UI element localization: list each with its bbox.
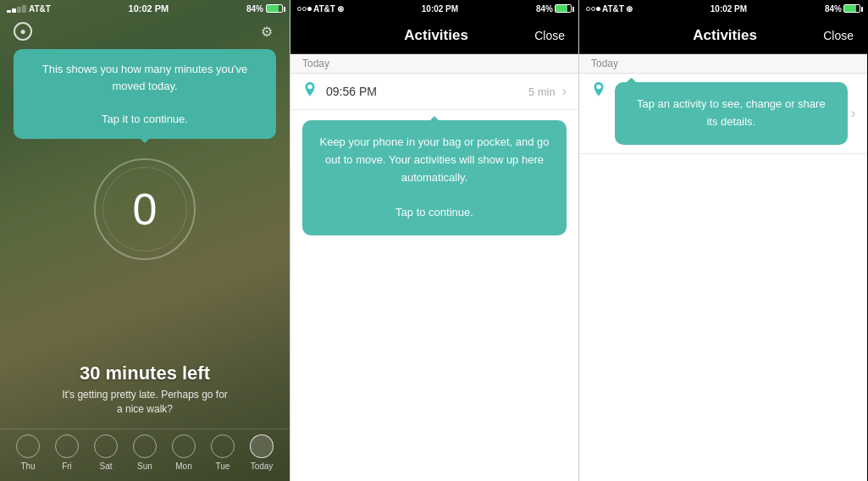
s3-status-left: AT&T ⊛ bbox=[586, 4, 633, 14]
s3-clock: 10:02 PM bbox=[710, 4, 747, 14]
day-label-sun: Sun bbox=[137, 462, 152, 471]
day-circle-today bbox=[250, 434, 274, 458]
close-button-2[interactable]: Close bbox=[534, 29, 565, 42]
s3-dot2 bbox=[591, 7, 595, 11]
chevron-icon-3: › bbox=[851, 106, 855, 121]
s3-battery-pct: 84% bbox=[825, 4, 842, 14]
activity-duration-2: 5 min bbox=[528, 86, 556, 98]
day-fri[interactable]: Fri bbox=[55, 434, 79, 471]
activities-header-2: Activities Close bbox=[290, 17, 578, 54]
screen1: AT&T 10:02 PM 84% ● ⚙ This shows you how… bbox=[0, 0, 290, 481]
day-sat[interactable]: Sat bbox=[94, 434, 118, 471]
day-label-tue: Tue bbox=[216, 462, 230, 471]
settings-icon[interactable]: ⚙ bbox=[257, 22, 276, 41]
signal-dot-3 bbox=[17, 7, 21, 13]
day-tue[interactable]: Tue bbox=[211, 434, 235, 471]
activity-row-2[interactable]: 09:56 PM 5 min › bbox=[290, 74, 578, 110]
battery-percent: 84% bbox=[246, 4, 263, 14]
day-label-mon: Mon bbox=[175, 462, 191, 471]
s2-battery-icon bbox=[555, 4, 572, 13]
day-mon[interactable]: Mon bbox=[172, 434, 196, 471]
activity-row-3[interactable]: Tap an activity to see, change or share … bbox=[579, 74, 867, 154]
activities-header-3: Activities Close bbox=[579, 17, 867, 54]
day-label-sat: Sat bbox=[99, 462, 112, 471]
day-today[interactable]: Today bbox=[250, 434, 274, 471]
clock: 10:02 PM bbox=[129, 3, 169, 14]
screen1-bottom: 30 minutes left It's getting pretty late… bbox=[0, 273, 290, 481]
pin-icon-3 bbox=[591, 82, 606, 101]
s3-battery-icon bbox=[843, 4, 860, 13]
s3-status-right: 84% bbox=[825, 4, 860, 14]
activities-title-2: Activities bbox=[338, 27, 534, 44]
screen3: AT&T ⊛ 10:02 PM 84% Activities Close Tod… bbox=[578, 0, 867, 481]
day-circle-tue bbox=[211, 434, 235, 458]
activity-time-2: 09:56 PM bbox=[326, 85, 528, 98]
status-left: AT&T bbox=[7, 4, 51, 14]
day-label-thu: Thu bbox=[20, 462, 35, 471]
tooltip3-text: Tap an activity to see, change or share … bbox=[637, 97, 826, 128]
s2-status-left: AT&T ⊛ bbox=[297, 4, 344, 14]
s2-wifi-icon: ⊛ bbox=[337, 4, 344, 14]
day-circle-sun bbox=[133, 434, 157, 458]
s3-carrier: AT&T bbox=[602, 4, 624, 14]
day-circle-fri bbox=[55, 434, 79, 458]
s2-clock: 10:02 PM bbox=[422, 4, 458, 14]
day-navigation: Thu Fri Sat Sun Mon bbox=[0, 428, 290, 473]
signal-dot-4 bbox=[22, 5, 26, 13]
status-bar-2: AT&T ⊛ 10:02 PM 84% bbox=[290, 0, 578, 17]
s2-dot1 bbox=[297, 7, 301, 11]
activity-tooltip-3[interactable]: Tap an activity to see, change or share … bbox=[615, 82, 848, 145]
day-label-fri: Fri bbox=[62, 462, 72, 471]
tooltip2-text: Keep your phone in your bag or pocket, a… bbox=[319, 135, 549, 218]
s2-battery-pct: 84% bbox=[536, 4, 553, 14]
day-circle-sat bbox=[94, 434, 118, 458]
s2-dot3 bbox=[307, 7, 312, 11]
activity-tooltip-2[interactable]: Keep your phone in your bag or pocket, a… bbox=[302, 120, 567, 235]
counter-value: 0 bbox=[133, 184, 158, 235]
tooltip3-arrow bbox=[627, 74, 635, 82]
day-thu[interactable]: Thu bbox=[16, 434, 40, 471]
signal-dot-1 bbox=[7, 10, 11, 13]
day-sun[interactable]: Sun bbox=[133, 434, 157, 471]
profile-icon[interactable]: ● bbox=[14, 22, 32, 41]
tooltip-text: This shows you how many minutes you've m… bbox=[42, 63, 247, 125]
signal-strength bbox=[7, 5, 26, 13]
s2-signal bbox=[297, 7, 312, 11]
main-tooltip[interactable]: This shows you how many minutes you've m… bbox=[14, 49, 276, 139]
day-circle-thu bbox=[16, 434, 40, 458]
motivation-text: It's getting pretty late. Perhaps go for… bbox=[0, 388, 290, 417]
minutes-left: 30 minutes left bbox=[0, 362, 290, 384]
status-bar-1: AT&T 10:02 PM 84% bbox=[0, 0, 290, 17]
s3-dot3 bbox=[596, 7, 600, 11]
activity-counter[interactable]: 0 bbox=[90, 154, 200, 264]
carrier-label: AT&T bbox=[29, 4, 51, 14]
chevron-icon-2: › bbox=[562, 84, 567, 99]
s3-dot1 bbox=[586, 7, 590, 11]
day-circle-mon bbox=[172, 434, 196, 458]
s2-dot2 bbox=[302, 7, 307, 11]
battery-icon bbox=[266, 4, 283, 13]
s2-carrier: AT&T bbox=[313, 4, 335, 14]
s3-wifi-icon: ⊛ bbox=[626, 4, 633, 14]
s2-status-right: 84% bbox=[536, 4, 572, 14]
today-label-3: Today bbox=[591, 58, 618, 69]
day-label-today: Today bbox=[251, 462, 274, 471]
screen2: AT&T ⊛ 10:02 PM 84% Activities Close Tod… bbox=[290, 0, 578, 481]
activities-title-3: Activities bbox=[627, 27, 823, 44]
signal-dot-2 bbox=[12, 8, 16, 13]
pin-icon-2 bbox=[302, 82, 318, 101]
s3-signal bbox=[586, 7, 600, 11]
today-section-3: Today bbox=[579, 54, 867, 74]
today-section-2: Today bbox=[290, 54, 578, 74]
status-bar-3: AT&T ⊛ 10:02 PM 84% bbox=[579, 0, 867, 17]
status-right: 84% bbox=[246, 4, 283, 14]
today-label-2: Today bbox=[302, 58, 329, 69]
screen1-header: ● ⚙ bbox=[0, 17, 290, 46]
close-button-3[interactable]: Close bbox=[823, 29, 854, 42]
